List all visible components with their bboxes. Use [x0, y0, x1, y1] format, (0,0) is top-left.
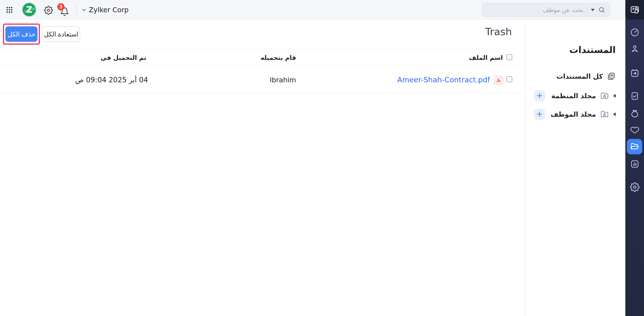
add-folder-button[interactable]: +	[534, 90, 545, 101]
tree-item-organization-folder[interactable]: مجلد المنظمة +	[526, 89, 625, 103]
uploaded-by-cell: Ibrahim	[270, 76, 296, 84]
select-all-checkbox[interactable]	[506, 54, 512, 60]
app-window: Z 3 Zylker Corp	[0, 0, 644, 316]
column-header-uploaded-at: تم التحميل في	[100, 54, 146, 61]
files-folder-icon[interactable]	[627, 139, 642, 154]
table-header-row: اسم الملف قام بتحميله تم التحميل في	[0, 48, 525, 66]
tasks-check-icon[interactable]	[630, 91, 640, 101]
topbar-left-cluster: Z 3 Zylker Corp	[0, 0, 322, 20]
zoho-logo[interactable]: Z	[22, 2, 36, 17]
column-header-uploaded-by: قام بتحميله	[260, 54, 296, 61]
pdf-file-icon	[494, 75, 504, 85]
search-input[interactable]: بحث عن موظف	[482, 3, 610, 17]
company-switcher[interactable]: Zylker Corp	[89, 0, 129, 20]
search-placeholder: بحث عن موظف	[543, 6, 584, 13]
wellbeing-heart-icon[interactable]	[630, 125, 640, 135]
page-title: Trash	[485, 26, 512, 37]
delete-all-button[interactable]: حذف الكل	[5, 26, 38, 42]
column-header-file-name: اسم الملف	[469, 54, 503, 61]
search-icon	[598, 6, 606, 13]
employee-folder-icon	[600, 110, 609, 119]
people-icon[interactable]	[630, 44, 640, 54]
reports-chart-icon[interactable]	[630, 159, 640, 169]
trash-page: حذف الكل استعادة الكل Trash اسم الملف قا…	[0, 20, 525, 316]
tree-item-label: مجلد الموظف	[551, 110, 596, 118]
settings-icon[interactable]	[44, 6, 53, 16]
tree-item-employee-folder[interactable]: مجلد الموظف +	[526, 107, 625, 121]
tree-item-all-documents[interactable]: كل المستندات	[526, 70, 625, 83]
attendance-calendar-icon[interactable]	[630, 68, 640, 78]
compensation-bag-icon[interactable]	[630, 108, 640, 119]
app-rail	[625, 0, 644, 316]
uploaded-at-cell: 04 أبر 2025 09:04 ص	[75, 76, 148, 84]
chevron-down-icon[interactable]	[82, 8, 86, 13]
documents-stack-icon	[607, 72, 616, 81]
add-folder-button[interactable]: +	[534, 109, 545, 120]
documents-panel: المستندات كل المستندات مجلد المنظمة +	[526, 20, 625, 316]
organization-folder-icon	[600, 91, 609, 100]
topbar: Z 3 Zylker Corp	[0, 0, 625, 20]
search-filter-caret-icon[interactable]	[591, 9, 595, 11]
dashboard-clock-icon[interactable]	[630, 27, 640, 37]
tree-item-label: مجلد المنظمة	[551, 92, 596, 100]
settings-gear-icon[interactable]	[630, 182, 640, 192]
search-separator	[587, 6, 587, 13]
collapse-caret-icon[interactable]	[613, 112, 616, 116]
notifications-count-badge[interactable]: 3	[57, 3, 64, 10]
row-checkbox[interactable]	[506, 76, 512, 82]
tree-item-label: كل المستندات	[556, 72, 603, 80]
topbar-divider	[76, 5, 77, 14]
employee-card-icon[interactable]	[625, 0, 644, 20]
apps-grid-icon[interactable]	[6, 6, 13, 14]
file-name-link[interactable]: Ameer-Shah-Contract.pdf	[397, 75, 490, 84]
table-row: Ameer-Shah-Contract.pdf Ibrahim 04 أبر 2…	[0, 66, 525, 93]
restore-all-button[interactable]: استعادة الكل	[42, 26, 80, 42]
documents-panel-title: المستندات	[569, 45, 616, 55]
collapse-caret-icon[interactable]	[613, 94, 616, 98]
logo-letter: Z	[26, 5, 32, 14]
